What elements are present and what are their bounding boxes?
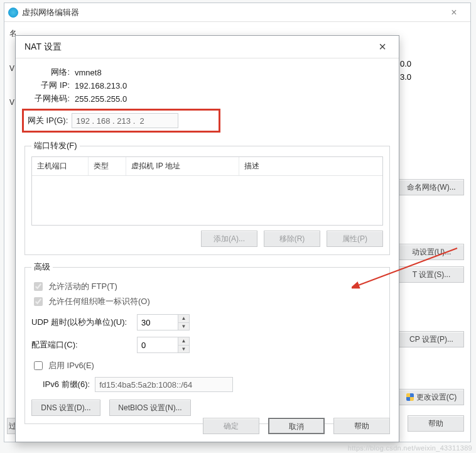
col-desc: 描述 [239, 157, 382, 175]
gateway-highlight: 网关 IP(G): [22, 109, 220, 133]
ftp-checkbox-row[interactable]: 允许活动的 FTP(T) [31, 280, 383, 293]
ipv6-prefix-input[interactable] [95, 377, 233, 392]
udp-timeout-row: UDP 超时(以秒为单位)(U): ▲ ▼ [31, 314, 383, 330]
network-label: 网络: [24, 67, 70, 78]
subnet-mask-label: 子网掩码: [24, 93, 70, 104]
watermark: https://blog.csdn.net/weixin_43311389 [348, 444, 472, 452]
port-forward-buttons: 添加(A)... 移除(R) 属性(P) [31, 231, 383, 247]
dialog-titlebar: NAT 设置 × [16, 36, 399, 58]
network-row: 网络: vmnet8 [24, 67, 390, 78]
ipv6-prefix-row: IPv6 前缀(6): [43, 377, 383, 392]
oui-checkbox[interactable] [34, 297, 43, 306]
oui-checkbox-row[interactable]: 允许任何组织唯一标识符(O) [31, 295, 383, 308]
auto-settings-button[interactable]: 动设置(U)... [399, 244, 464, 260]
properties-button[interactable]: 属性(P) [327, 231, 383, 247]
chevron-up-icon[interactable]: ▲ [178, 337, 189, 346]
port-forwarding-group: 端口转发(F) 主机端口 类型 虚拟机 IP 地址 描述 添加(A)... 移除… [24, 140, 390, 255]
col-vm-ip: 虚拟机 IP 地址 [126, 157, 239, 175]
gateway-input[interactable] [72, 113, 178, 128]
rhs-help: 帮助 [408, 415, 464, 438]
udp-timeout-label: UDP 超时(以秒为单位)(U): [31, 317, 132, 328]
subnet-ip-row: 子网 IP: 192.168.213.0 [24, 80, 390, 91]
chevron-down-icon[interactable]: ▼ [178, 323, 189, 330]
config-port-row: 配置端口(C): ▲ ▼ [31, 337, 383, 353]
add-button[interactable]: 添加(A)... [201, 231, 257, 247]
truncated-value: 3.0 [399, 70, 464, 84]
ftp-label: 允许活动的 FTP(T) [48, 281, 117, 292]
ipv6-prefix-label: IPv6 前缀(6): [43, 379, 90, 390]
advanced-legend: 高级 [31, 261, 53, 273]
subnet-ip-label: 子网 IP: [24, 80, 70, 91]
config-port-input[interactable] [138, 337, 178, 352]
rhs-buttons-3: CP 设置(P)... [399, 331, 464, 354]
config-port-spinner[interactable]: ▲ ▼ [137, 337, 190, 353]
rename-network-button[interactable]: 命名网络(W)... [399, 179, 464, 195]
ok-button[interactable]: 确定 [203, 418, 259, 434]
spinner-arrows[interactable]: ▲ ▼ [178, 315, 189, 330]
globe-icon [8, 8, 18, 18]
rhs-buttons-1: 命名网络(W)... [399, 179, 464, 202]
cancel-button[interactable]: 取消 [268, 418, 325, 434]
subnet-mask-row: 子网掩码: 255.255.255.0 [24, 93, 390, 104]
ftp-checkbox[interactable] [34, 282, 43, 291]
table-header: 主机端口 类型 虚拟机 IP 地址 描述 [32, 157, 382, 176]
remove-button[interactable]: 移除(R) [264, 231, 320, 247]
help-button[interactable]: 帮助 [408, 415, 464, 432]
ipv6-checkbox-row[interactable]: 启用 IPv6(E) [31, 359, 383, 372]
dhcp-settings-button[interactable]: CP 设置(P)... [399, 331, 464, 347]
parent-titlebar: 虚拟网络编辑器 × [4, 3, 470, 22]
truncated-value: 0.0 [399, 57, 464, 70]
chevron-up-icon[interactable]: ▲ [178, 315, 189, 323]
chevron-down-icon[interactable]: ▼ [178, 346, 189, 353]
col-type: 类型 [89, 157, 126, 175]
ipv6-label: 启用 IPv6(E) [48, 360, 94, 371]
advanced-group: 高级 允许活动的 FTP(T) 允许任何组织唯一标识符(O) UDP 超时(以秒… [24, 261, 390, 424]
network-value: vmnet8 [75, 68, 102, 77]
table-body[interactable] [32, 176, 382, 225]
ipv6-checkbox[interactable] [34, 361, 43, 370]
parent-title: 虚拟网络编辑器 [22, 7, 79, 18]
rhs-values: 0.0 3.0 [399, 57, 464, 84]
rhs-buttons-2: 动设置(U)... T 设置(S)... [399, 244, 464, 289]
nat-settings-dialog: NAT 设置 × 网络: vmnet8 子网 IP: 192.168.213.0… [15, 35, 399, 442]
nat-settings-button[interactable]: T 设置(S)... [399, 266, 464, 283]
port-forwarding-legend: 端口转发(F) [31, 140, 80, 151]
change-settings-button[interactable]: 更改设置(C) [399, 389, 464, 405]
oui-label: 允许任何组织唯一标识符(O) [48, 296, 150, 307]
subnet-mask-value: 255.255.255.0 [75, 94, 127, 104]
config-port-label: 配置端口(C): [31, 339, 132, 351]
rhs-buttons-4: 更改设置(C) [399, 389, 464, 412]
help-button[interactable]: 帮助 [333, 418, 390, 434]
col-host-port: 主机端口 [32, 157, 89, 175]
port-forward-table[interactable]: 主机端口 类型 虚拟机 IP 地址 描述 [31, 156, 383, 226]
dialog-footer: 确定 取消 帮助 [16, 414, 399, 438]
udp-timeout-input[interactable] [138, 315, 178, 330]
udp-timeout-spinner[interactable]: ▲ ▼ [137, 314, 190, 330]
close-button[interactable]: × [372, 38, 392, 55]
dialog-body: 网络: vmnet8 子网 IP: 192.168.213.0 子网掩码: 25… [16, 58, 399, 438]
gateway-label: 网关 IP(G): [28, 115, 68, 126]
dialog-title: NAT 设置 [24, 41, 62, 53]
spinner-arrows[interactable]: ▲ ▼ [178, 337, 189, 352]
subnet-ip-value: 192.168.213.0 [75, 81, 127, 90]
close-icon[interactable]: × [441, 7, 467, 18]
